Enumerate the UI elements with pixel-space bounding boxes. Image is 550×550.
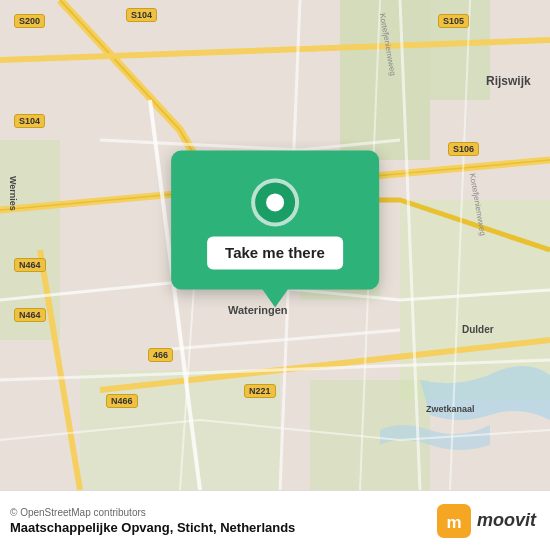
location-label: Maatschappelijke Opvang, Sticht, Netherl…: [10, 520, 295, 535]
road-label-n466: N466: [106, 394, 138, 408]
location-pin: [251, 178, 299, 226]
take-me-there-button[interactable]: Take me there: [207, 236, 343, 269]
road-label-s200: S200: [14, 14, 45, 28]
town-label-rijswijk: Rijswijk: [486, 74, 531, 88]
bottom-bar: © OpenStreetMap contributors Maatschappe…: [0, 490, 550, 550]
road-label-n464-top: N464: [14, 258, 46, 272]
moovit-icon: m: [437, 504, 471, 538]
map-view: S200 S104 S105 S104 S106 N464 N464 N466 …: [0, 0, 550, 490]
road-label-s105: S105: [438, 14, 469, 28]
town-label-dulder: Dulder: [462, 324, 494, 335]
road-label-n464-bot: N464: [14, 308, 46, 322]
location-pin-inner: [266, 193, 284, 211]
moovit-logo: m moovit: [437, 504, 536, 538]
moovit-text: moovit: [477, 510, 536, 531]
road-label-s104-left: S104: [14, 114, 45, 128]
copyright-text: © OpenStreetMap contributors: [10, 507, 295, 518]
town-label-zwetkanaal: Zwetkanaal: [426, 404, 475, 414]
town-label-wernies: Wernies: [8, 176, 18, 211]
svg-text:m: m: [446, 512, 461, 531]
road-label-n221: N221: [244, 384, 276, 398]
road-label-s106: S106: [448, 142, 479, 156]
road-label-s104-top: S104: [126, 8, 157, 22]
map-popup: Take me there: [171, 150, 379, 289]
bottom-info: © OpenStreetMap contributors Maatschappe…: [10, 507, 295, 535]
road-label-466: 466: [148, 348, 173, 362]
